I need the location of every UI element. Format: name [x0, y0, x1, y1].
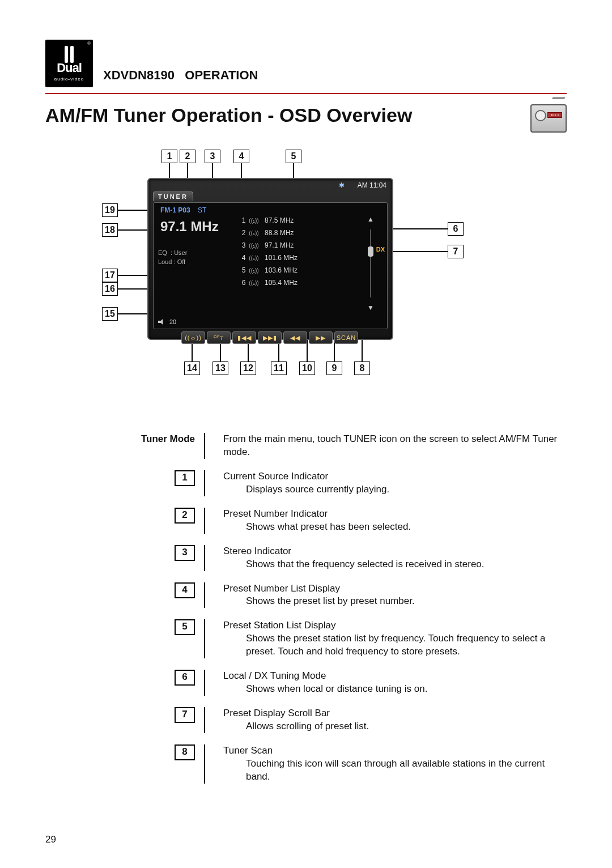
band-preset-indicator: FM-1 P03	[160, 206, 190, 214]
callout-box-8: 8	[354, 361, 370, 375]
item-body: Shows the preset list by preset number.	[223, 595, 567, 608]
signal-icon: ((₁))	[249, 267, 259, 273]
preset-number[interactable]: 2	[239, 229, 249, 237]
item-number-box: 8	[175, 744, 195, 760]
callout-box-2: 2	[180, 150, 196, 163]
callout-box-7: 7	[448, 245, 464, 258]
options-button[interactable]: ᴼᴾᴛ	[207, 331, 231, 344]
item-title: Tuner Scan	[223, 745, 273, 756]
page-number: 29	[45, 834, 56, 845]
preset-frequency[interactable]: 88.8 MHz	[265, 229, 312, 237]
page-root: ® Dual audio•video XDVDN8190 OPERATION A…	[0, 0, 612, 868]
volume-readout: 20	[158, 318, 176, 325]
seek-prev-button[interactable]: ▮◀◀	[232, 331, 256, 344]
preset-number[interactable]: 4	[239, 254, 249, 262]
callout-box-17: 17	[102, 269, 118, 282]
preset-number[interactable]: 5	[239, 266, 249, 274]
preset-frequency[interactable]: 101.6 MHz	[265, 254, 312, 262]
callout-box-18: 18	[102, 223, 118, 237]
model-number: XDVDN8190	[103, 68, 175, 82]
item-title: Preset Number List Display	[223, 583, 340, 594]
callout-box-5: 5	[286, 150, 301, 163]
preset-frequency[interactable]: 103.6 MHz	[265, 266, 312, 274]
source-tab-wrap: TUNER	[148, 192, 392, 201]
callout-box-15: 15	[102, 307, 118, 321]
callout-box-6: 6	[448, 222, 464, 236]
scan-presets-button[interactable]: ((☼))	[181, 331, 205, 344]
page-title: AM/FM Tuner Operation - OSD Overview	[45, 104, 412, 126]
source-tab[interactable]: TUNER	[153, 192, 193, 201]
preset-list[interactable]: 1((₁))87.5 MHz2((₁))88.8 MHz3((₁))97.1 M…	[239, 216, 312, 287]
device-button-bar: ((☼))ᴼᴾᴛ▮◀◀▶▶▮◀◀▶▶SCAN	[160, 331, 381, 344]
item-title: Local / DX Tuning Mode	[223, 670, 326, 681]
item-number-box: 7	[175, 707, 195, 723]
item-number-box: 6	[175, 670, 195, 686]
item-number-box: 2	[175, 508, 195, 524]
callout-box-19: 19	[102, 203, 118, 217]
item-number-box: 5	[175, 619, 195, 635]
device-topbar: ✱ AM 11:04	[148, 179, 392, 192]
tuner-device: ✱ AM 11:04 TUNER FM-1 P03 ST 97.1 MHz EQ…	[147, 178, 393, 340]
item-body: Shows the preset station list by frequen…	[223, 632, 567, 658]
item-number-box: 1	[175, 470, 195, 486]
brand-logo: ® Dual audio•video	[45, 40, 93, 87]
signal-icon: ((₁))	[249, 280, 259, 286]
item-title: Current Source Indicator	[223, 471, 328, 482]
tuner-mode-body: From the main menu, touch TUNER icon on …	[214, 433, 567, 459]
item-description: Stereo IndicatorShows that the frequency…	[214, 545, 567, 571]
description-table: Tuner Mode From the main menu, touch TUN…	[108, 433, 567, 784]
signal-icon: ((₁))	[249, 255, 259, 261]
item-number-box: 4	[175, 582, 195, 598]
callout-box-13: 13	[212, 361, 228, 375]
item-title: Stereo Indicator	[223, 546, 291, 556]
tune-down-button[interactable]: ◀◀	[283, 331, 307, 344]
item-body: Touching this icon will scan through all…	[223, 758, 567, 784]
preset-frequency[interactable]: 97.1 MHz	[265, 241, 312, 249]
item-description: Preset Number IndicatorShows what preset…	[214, 508, 567, 534]
scroll-down-icon[interactable]: ▼	[367, 304, 374, 312]
preset-number[interactable]: 6	[239, 279, 249, 287]
item-title: Preset Number Indicator	[223, 508, 328, 519]
item-title: Preset Station List Display	[223, 620, 335, 631]
item-description: Preset Display Scroll BarAllows scrollin…	[214, 707, 567, 733]
title-bar: AM/FM Tuner Operation - OSD Overview 101…	[45, 104, 567, 133]
brand-logo-text: Dual	[57, 61, 82, 75]
callout-box-3: 3	[205, 150, 220, 163]
item-description: Preset Station List DisplayShows the pre…	[214, 619, 567, 658]
item-body: Shows when local or distance tuning is o…	[223, 683, 567, 696]
seek-next-button[interactable]: ▶▶▮	[258, 331, 282, 344]
scan-button[interactable]: SCAN	[334, 331, 358, 344]
scroll-up-icon[interactable]: ▲	[367, 215, 374, 223]
clock-readout: AM 11:04	[358, 181, 386, 189]
speaker-icon	[158, 319, 165, 325]
callout-box-14: 14	[184, 361, 200, 375]
callout-box-9: 9	[326, 361, 342, 375]
item-description: Local / DX Tuning ModeShows when local o…	[214, 670, 567, 696]
signal-icon: ((₁))	[249, 242, 259, 248]
stereo-indicator: ST	[198, 206, 206, 214]
callout-box-16: 16	[102, 282, 118, 296]
item-body: Allows scrolling of preset list.	[223, 720, 567, 733]
item-description: Preset Number List DisplayShows the pres…	[214, 582, 567, 609]
signal-icon: ((₁))	[249, 230, 259, 236]
item-number-box: 3	[175, 545, 195, 561]
product-heading: XDVDN8190 OPERATION	[103, 68, 258, 83]
header-rule	[45, 93, 567, 94]
brand-logo-subtext: audio•video	[54, 76, 84, 82]
header: ® Dual audio•video XDVDN8190 OPERATION	[45, 40, 567, 87]
bluetooth-icon: ✱	[339, 181, 345, 189]
operation-word: OPERATION	[185, 68, 258, 82]
tune-up-button[interactable]: ▶▶	[309, 331, 333, 344]
preset-frequency[interactable]: 87.5 MHz	[265, 216, 312, 224]
callout-box-10: 10	[299, 361, 315, 375]
callout-box-4: 4	[233, 150, 249, 163]
preset-number[interactable]: 1	[239, 216, 249, 224]
volume-level: 20	[169, 318, 176, 325]
radio-icon: 101.1	[530, 104, 567, 133]
item-body: Shows what preset has been selected.	[223, 521, 567, 534]
osd-diagram: 1 2 3 4 5 19 18 17 16 15 6 7 14 13 12 11…	[102, 150, 510, 410]
preset-number[interactable]: 3	[239, 241, 249, 249]
signal-icon: ((₁))	[249, 218, 259, 223]
preset-frequency[interactable]: 105.4 MHz	[265, 279, 312, 287]
preset-scrollbar[interactable]: ▲ ▼	[366, 215, 376, 312]
